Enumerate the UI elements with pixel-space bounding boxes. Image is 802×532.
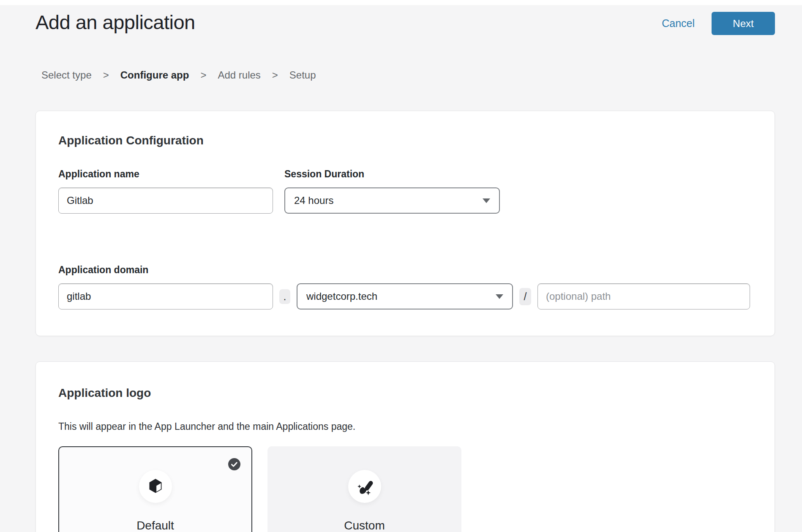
domain-select[interactable]: widgetcorp.tech — [297, 283, 513, 309]
logo-options: Default Custom — [58, 446, 750, 532]
breadcrumb-separator: > — [103, 69, 109, 81]
application-name-label: Application name — [58, 168, 273, 180]
application-configuration-heading: Application Configuration — [58, 134, 750, 147]
application-logo-description: This will appear in the App Launcher and… — [58, 421, 750, 432]
subdomain-input[interactable] — [58, 283, 273, 309]
name-session-row: Application name Session Duration 24 hou… — [58, 168, 750, 214]
check-icon — [228, 458, 240, 470]
application-domain-field: Application domain . widgetcorp.tech / — [58, 264, 750, 309]
logo-option-custom[interactable]: Custom — [267, 446, 461, 532]
top-strip — [0, 0, 802, 5]
cube-icon — [139, 470, 172, 503]
header-actions: Cancel Next — [662, 11, 775, 35]
domain-slash-separator: / — [519, 288, 531, 305]
session-duration-select[interactable]: 24 hours — [284, 187, 500, 214]
application-name-input[interactable] — [58, 187, 273, 214]
breadcrumb-separator: > — [200, 69, 206, 81]
breadcrumb-step-select-type[interactable]: Select type — [41, 69, 92, 81]
domain-dot-separator: . — [279, 289, 290, 304]
logo-option-label: Default — [136, 519, 174, 532]
application-domain-row: . widgetcorp.tech / — [58, 283, 750, 309]
cancel-button[interactable]: Cancel — [662, 12, 695, 35]
breadcrumb-step-add-rules[interactable]: Add rules — [218, 69, 260, 81]
session-duration-value: 24 hours — [294, 195, 333, 206]
chevron-down-icon — [483, 198, 490, 203]
application-name-field: Application name — [58, 168, 273, 214]
breadcrumb-separator: > — [272, 69, 278, 81]
path-input[interactable] — [537, 283, 750, 309]
application-configuration-card: Application Configuration Application na… — [35, 111, 775, 336]
breadcrumb-step-configure-app[interactable]: Configure app — [120, 69, 189, 81]
application-logo-heading: Application logo — [58, 386, 750, 400]
application-domain-label: Application domain — [58, 264, 750, 276]
paintbrush-icon — [348, 470, 381, 503]
logo-option-label: Custom — [344, 519, 385, 532]
session-duration-field: Session Duration 24 hours — [284, 168, 500, 214]
chevron-down-icon — [496, 294, 503, 299]
next-button[interactable]: Next — [712, 12, 775, 35]
breadcrumb: Select type > Configure app > Add rules … — [41, 69, 802, 81]
session-duration-label: Session Duration — [284, 168, 500, 180]
page-header: Add an application Cancel Next — [0, 5, 802, 35]
breadcrumb-step-setup[interactable]: Setup — [289, 69, 316, 81]
domain-select-value: widgetcorp.tech — [306, 290, 377, 302]
logo-option-default[interactable]: Default — [58, 446, 252, 532]
application-logo-card: Application logo This will appear in the… — [35, 361, 775, 532]
page-title: Add an application — [35, 11, 195, 34]
